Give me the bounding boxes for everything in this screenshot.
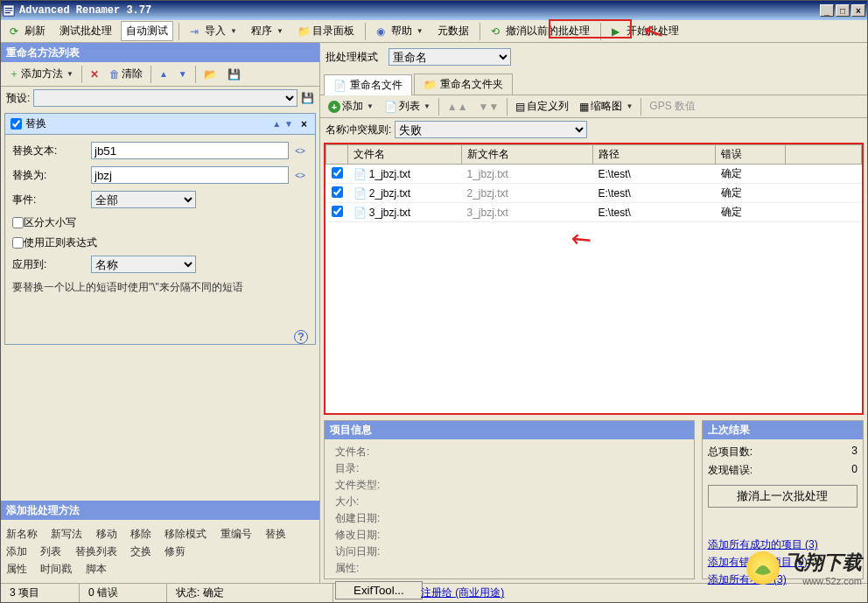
add-method-item[interactable]: 时间戳	[40, 563, 72, 575]
method-enable-checkbox[interactable]	[10, 118, 22, 130]
undo-batch-button[interactable]: ⟲撤消以前的批处理	[486, 21, 595, 41]
register-link[interactable]: 注册给 (商业用途)	[421, 585, 504, 600]
conflict-select[interactable]: 失败	[395, 121, 587, 138]
close-button[interactable]: ×	[851, 4, 865, 17]
tag-button[interactable]: <>	[292, 143, 308, 158]
add-method-item[interactable]: 添加	[6, 545, 27, 557]
delete-method-button[interactable]: ✕	[86, 66, 103, 83]
method-close-button[interactable]: ×	[298, 118, 310, 130]
add-method-item[interactable]: 替换	[265, 528, 286, 540]
status-state: 状态: 确定	[167, 584, 333, 602]
open-button[interactable]: 📂	[200, 66, 221, 83]
help-button[interactable]: ◉帮助▼	[371, 21, 429, 41]
cell-path: E:\test\	[593, 165, 716, 184]
add-method-item[interactable]: 交换	[130, 545, 151, 557]
add-method-item[interactable]: 移动	[96, 528, 117, 540]
file-icon: 📄	[384, 101, 397, 113]
add-method-item[interactable]: 列表	[40, 545, 61, 557]
clear-methods-button[interactable]: 🗑清除	[105, 64, 147, 84]
table-row[interactable]: 📄 3_jbzj.txt 3_jbzj.txt E:\test\ 确定	[326, 203, 862, 222]
move-down-button[interactable]: ▼▼	[474, 98, 504, 116]
add-method-item[interactable]: 修剪	[164, 545, 186, 557]
col-error[interactable]: 错误	[716, 145, 786, 165]
row-checkbox[interactable]	[332, 167, 343, 179]
custom-columns-button[interactable]: ▤自定义列	[511, 96, 573, 116]
maximize-button[interactable]: □	[836, 4, 850, 17]
add-method-item[interactable]: 脚本	[86, 563, 107, 575]
tag-button[interactable]: <>	[292, 167, 308, 183]
add-method-item[interactable]: 新写法	[51, 528, 82, 540]
program-button[interactable]: 程序▼	[246, 21, 289, 41]
method-up-button[interactable]: ▲	[272, 119, 281, 129]
trash-icon: 🗑	[109, 68, 120, 81]
add-method-item[interactable]: 新名称	[6, 528, 38, 540]
cell-path: E:\test\	[593, 203, 716, 222]
test-batch-button[interactable]: 测试批处理	[54, 21, 117, 41]
conflict-row: 名称冲突规则: 失败	[320, 118, 867, 141]
add-batch-title: 添加批处理方法	[1, 501, 319, 520]
move-up-button[interactable]: ▲	[155, 67, 172, 81]
files-panel: 批处理模式 重命名 📄重命名文件 📁重命名文件夹 +添加▼ 📄列表▼ ▲▲ ▼▼…	[320, 43, 867, 583]
auto-test-button[interactable]: 自动测试	[121, 21, 173, 41]
start-batch-button[interactable]: ▶开始批处理	[606, 21, 684, 41]
apply-to-select[interactable]: 名称	[91, 256, 196, 273]
help-icon: ◉	[376, 25, 388, 38]
replace-text-input[interactable]	[91, 142, 289, 159]
list-button[interactable]: 📄列表▼	[380, 96, 435, 116]
preset-select[interactable]	[33, 89, 298, 107]
annotation-arrow: ↖	[564, 221, 598, 256]
chevron-down-icon: ▼	[626, 102, 633, 110]
method-help-button[interactable]: ?	[294, 330, 308, 344]
add-method-item[interactable]: 重编号	[220, 528, 252, 540]
col-newname[interactable]: 新文件名	[462, 145, 593, 165]
import-button[interactable]: ⇥导入▼	[185, 21, 242, 41]
refresh-button[interactable]: ⟳刷新	[4, 21, 51, 41]
add-success-link[interactable]: 添加所有成功的项目 (3)	[708, 537, 858, 552]
save-preset-button[interactable]: 💾	[301, 92, 314, 104]
exiftool-button[interactable]: ExifTool...	[335, 581, 423, 599]
add-method-item[interactable]: 移除	[130, 528, 151, 540]
add-method-item[interactable]: 移除模式	[164, 528, 206, 540]
metadata-button[interactable]: 元数据	[432, 21, 474, 41]
table-row[interactable]: 📄 2_jbzj.txt 2_jbzj.txt E:\test\ 确定	[326, 184, 862, 203]
row-checkbox[interactable]	[332, 206, 343, 217]
add-method-button[interactable]: ＋添加方法▼	[4, 64, 78, 84]
file-table[interactable]: 文件名 新文件名 路径 错误 📄 1_jbzj.txt 1_jbzj.txt E…	[324, 143, 864, 415]
thumbnails-button[interactable]: ▦缩略图▼	[575, 96, 637, 116]
preset-row: 预设: 💾	[1, 87, 319, 109]
cell-filename: 📄 2_jbzj.txt	[348, 184, 462, 203]
add-all-link[interactable]: 添加所有项目 (3)	[708, 572, 858, 587]
add-error-link[interactable]: 添加有错误的项目 (0)	[708, 555, 858, 570]
case-sensitive-checkbox[interactable]	[12, 217, 24, 228]
event-label: 事件:	[12, 193, 91, 207]
col-filename[interactable]: 文件名	[348, 145, 462, 165]
file-tabs: 📄重命名文件 📁重命名文件夹	[320, 71, 867, 95]
thumbnail-icon: ▦	[579, 101, 589, 113]
table-row[interactable]: 📄 1_jbzj.txt 1_jbzj.txt E:\test\ 确定	[326, 165, 862, 184]
event-select[interactable]: 全部	[91, 191, 196, 208]
add-files-button[interactable]: +添加▼	[324, 96, 378, 116]
minimize-button[interactable]: _	[820, 4, 834, 17]
add-batch-list: 新名称 新写法 移动 移除 移除模式 重编号 替换 添加 列表 替换列表 交换 …	[1, 520, 319, 583]
row-checkbox[interactable]	[332, 186, 343, 198]
col-path[interactable]: 路径	[593, 145, 716, 165]
folder-panel-button[interactable]: 📁目录面板	[292, 21, 360, 41]
separator	[600, 23, 601, 40]
method-down-button[interactable]: ▼	[284, 119, 293, 129]
regex-checkbox[interactable]	[12, 237, 24, 249]
separator	[480, 23, 480, 40]
table-icon: ▤	[515, 101, 525, 113]
tab-rename-folders[interactable]: 📁重命名文件夹	[414, 74, 513, 95]
move-up-button[interactable]: ▲▲	[443, 98, 472, 116]
undo-last-batch-button[interactable]: 撤消上一次批处理	[708, 485, 858, 508]
save-button[interactable]: 💾	[223, 66, 245, 83]
tab-rename-files[interactable]: 📄重命名文件	[324, 74, 412, 95]
batch-mode-select[interactable]: 重命名	[388, 48, 511, 66]
move-down-button[interactable]: ▼	[174, 67, 192, 81]
chevron-down-icon: ▼	[424, 102, 430, 110]
case-sensitive-label: 区分大小写	[24, 215, 76, 230]
replace-with-input[interactable]	[91, 166, 289, 184]
add-method-item[interactable]: 替换列表	[75, 545, 117, 557]
method-header[interactable]: 替换 ▲ ▼ ×	[5, 114, 315, 135]
add-method-item[interactable]: 属性	[6, 563, 27, 575]
